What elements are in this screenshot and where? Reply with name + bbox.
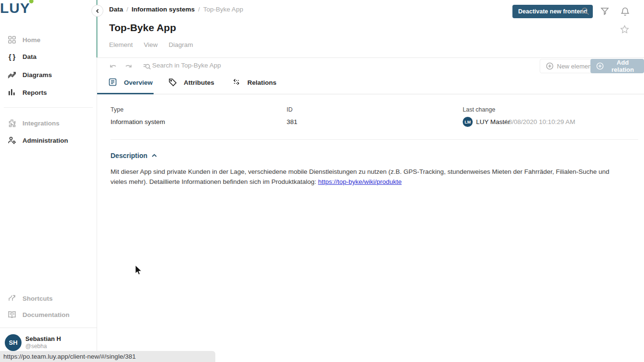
sidebar-divider [0,328,97,328]
puzzle-icon [7,118,17,128]
element-tabbar: Overview Attributes Relations [97,77,644,94]
breadcrumb-separator: / [195,6,203,13]
plus-circle-icon [596,62,604,70]
description-heading: Description [111,152,147,159]
redo-icon[interactable] [123,63,133,72]
field-label-last-change: Last change [463,106,495,113]
field-value-id: 381 [287,118,298,125]
add-relation-button[interactable]: Add relation [590,59,644,73]
breadcrumb-item-data[interactable]: Data [109,6,123,13]
last-change-avatar: LM [463,117,473,127]
tab-overview-label: Overview [124,79,153,86]
user-gear-icon [7,136,17,145]
add-relation-label: Add relation [607,59,638,73]
breadcrumb: Data / Information systems / Top-Byke Ap… [109,6,243,13]
sidebar-item-label: Data [22,53,36,60]
chevron-up-icon[interactable] [152,154,157,158]
subtab-diagram[interactable]: Diagram [169,41,193,48]
breadcrumb-separator: / [123,6,132,13]
user-card[interactable]: SH Sebastian H @sebha [0,332,97,353]
tab-relations-label: Relations [247,79,277,86]
description-text: Mit dieser App sind private Kunden in de… [111,167,627,187]
filter-icon[interactable] [600,7,610,16]
new-element-label: New element [557,63,593,70]
sidebar-item-data[interactable]: { } Data [0,48,97,65]
book-icon [7,310,17,319]
status-url: https://po.team.luy.app/client-new/#/sin… [3,353,136,360]
plus-circle-icon [546,62,554,70]
user-handle: @sebha [25,343,61,350]
tab-relations[interactable]: Relations [232,78,277,87]
page-title: Top-Byke App [109,22,176,34]
tab-overview[interactable]: Overview [109,78,153,87]
sidebar-item-label: Home [22,36,41,44]
sidebar-item-reports[interactable]: Reports [0,84,97,101]
sidebar-divider [4,107,93,108]
bar-chart-icon [7,88,17,97]
breadcrumb-item-information-systems[interactable]: Information systems [132,6,195,13]
sidebar-item-label: Administration [22,137,68,144]
chevron-left-icon [95,9,100,13]
star-icon[interactable] [620,24,630,34]
field-value-type: Information system [111,118,165,125]
active-tab-indicator [97,93,154,94]
header-divider [97,57,644,58]
breadcrumb-item-current: Top-Byke App [203,6,243,13]
app-window: LUY Home { } Data Diagrams [0,0,644,362]
bell-icon[interactable] [621,7,630,16]
sidebar-item-administration[interactable]: Administration [0,132,97,148]
user-avatar[interactable]: SH [5,334,22,351]
link-status-bar: https://po.team.luy.app/client-new/#/sin… [0,351,215,362]
document-icon [109,78,117,87]
subtab-view[interactable]: View [144,41,158,48]
undo-icon[interactable] [109,63,119,72]
sidebar-collapse-button[interactable] [91,5,103,17]
search-in-element-icon [143,63,153,71]
section-divider [111,139,638,140]
description-link[interactable]: https://top-byke/wiki/produkte [318,178,402,185]
home-grid-icon [7,35,17,45]
last-change-timestamp: 18/08/2020 10:10:29 AM [505,118,575,125]
tab-attributes-label: Attributes [184,79,214,86]
field-label-id: ID [287,106,293,113]
luy-logo[interactable]: LUY [0,0,97,16]
shortcut-icon [7,294,17,303]
subtab-element[interactable]: Element [109,41,133,48]
line-chart-icon [7,70,17,79]
sidebar-item-documentation[interactable]: Documentation [0,306,97,323]
sidebar-item-label: Reports [22,89,47,96]
user-name: Sebastian H [25,335,61,342]
field-label-type: Type [111,106,123,113]
luy-logo-dot [29,0,33,3]
tag-icon [168,78,177,87]
element-search-input[interactable] [152,62,296,69]
sidebar-item-diagrams[interactable]: Diagrams [0,67,97,83]
sidebar: LUY Home { } Data Diagrams [0,0,97,362]
sidebar-item-shortcuts[interactable]: Shortcuts [0,290,97,306]
sidebar-item-home[interactable]: Home [0,32,97,48]
page-subtabs: Element View Diagram [109,41,193,48]
sidebar-item-label: Documentation [22,311,69,318]
sidebar-item-label: Diagrams [22,71,52,79]
main-content: Data / Information systems / Top-Byke Ap… [97,0,644,362]
relations-arrows-icon [232,78,241,87]
luy-logo-text: LUY [0,0,30,16]
sidebar-item-integrations[interactable]: Integrations [0,115,97,131]
sidebar-item-label: Integrations [22,120,59,127]
braces-icon: { } [7,52,17,61]
description-section-header[interactable]: Description [111,152,157,159]
sidebar-item-label: Shortcuts [22,295,53,302]
tab-attributes[interactable]: Attributes [168,78,214,87]
search-icon[interactable] [581,7,590,16]
